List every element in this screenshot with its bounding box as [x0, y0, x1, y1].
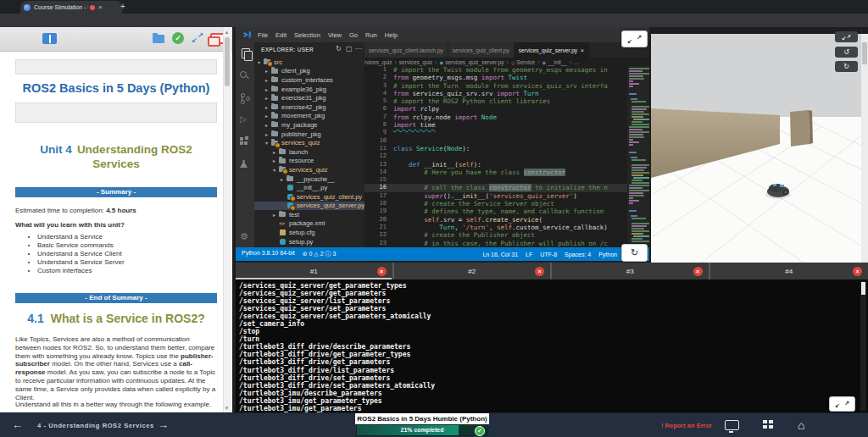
terminal-tab[interactable]: #3× [552, 263, 710, 279]
home-icon[interactable]: ⌂ [798, 418, 804, 433]
status-item[interactable]: ⊘ 0 △ 2 ⓘ 3 [303, 250, 337, 258]
breadcrumb[interactable]: rvices_quiz›services_quiz›◆services_quiz… [364, 58, 649, 66]
status-item[interactable]: LF [526, 252, 532, 257]
file-tree-item[interactable]: ▾src [254, 58, 364, 67]
status-item[interactable]: Spaces: 4 [565, 252, 591, 257]
terminal-line: /turtlebot3_diff_drive/set_parameters [239, 374, 435, 382]
icon-shape [279, 149, 286, 154]
terminal-scrollbar[interactable] [860, 281, 866, 411]
file-tree-item[interactable]: __init__.py [254, 183, 364, 192]
file-tree-item[interactable]: <>package.xml [254, 219, 364, 229]
terminal-close-icon[interactable]: × [693, 267, 703, 276]
simulation-view[interactable]: ↗ ↙ ↺ ↻ [651, 27, 861, 263]
menu-file[interactable]: File [258, 31, 268, 39]
breadcrumb-item[interactable]: Service [517, 59, 536, 65]
file-tree-item[interactable]: ▾services_quiz [254, 138, 364, 147]
file-tree-item[interactable]: ▸example36_pkg [254, 85, 364, 94]
explorer-icon[interactable] [242, 48, 250, 58]
search-icon[interactable] [240, 71, 250, 81]
terminal-close-icon[interactable]: × [853, 267, 862, 276]
explorer-more-icon[interactable]: ⋯ [355, 46, 362, 53]
breadcrumb-item[interactable]: services_quiz_server.py [445, 59, 504, 65]
file-tree-item[interactable]: setup.py [254, 237, 364, 246]
editor-tab[interactable]: services_quiz_client.py [448, 42, 515, 58]
terminal-expand-button[interactable]: ↗ ↙ [829, 396, 855, 412]
explorer-collapse-icon[interactable]: ▢ [346, 46, 353, 53]
status-item[interactable]: Ln 16, Col 31 [482, 252, 518, 257]
prev-unit-button[interactable]: ← [12, 418, 23, 431]
minimap-line [629, 73, 649, 75]
file-tree-item[interactable]: setup.cfg [254, 228, 364, 237]
file-tree-item[interactable]: ▾services_quiz [254, 165, 364, 174]
editor-tab[interactable]: services_quiz_client.launch.py [364, 42, 448, 58]
tab-close-icon[interactable]: × [581, 47, 584, 53]
file-tree-item[interactable]: ▸test [254, 210, 364, 219]
new-tab-button[interactable]: + [120, 3, 125, 11]
explorer-refresh-icon[interactable]: ↻ [336, 46, 342, 53]
status-item[interactable]: Python [598, 252, 617, 257]
file-tree-item[interactable]: ▸resource [254, 157, 364, 166]
file-tree-item[interactable]: ▸exercise42_pkg [254, 102, 364, 112]
menu-help[interactable]: Help [385, 31, 398, 39]
scroll-down-icon[interactable]: ▼ [225, 406, 230, 411]
menu-selection[interactable]: Selection [294, 31, 320, 39]
terminal-tab[interactable]: #2× [394, 263, 553, 279]
code-token: from [393, 113, 409, 121]
file-tree-item[interactable]: ▸publisher_pkg [254, 130, 364, 139]
notebook-icon[interactable] [42, 33, 57, 44]
menu-edit[interactable]: Edit [275, 31, 287, 39]
ide-reload-button[interactable]: ↻ [621, 244, 648, 262]
terminal-tab[interactable]: #4× [710, 263, 868, 279]
expand-notes-icon[interactable]: ↗ ↙ [192, 32, 203, 44]
file-tree-item[interactable]: ▸my_package [254, 120, 364, 130]
file-tree-item[interactable]: services_quiz_server.py [254, 202, 364, 211]
run-debug-icon[interactable]: ▷ [240, 114, 250, 124]
report-error-link[interactable]: ! Report an Error [661, 422, 712, 429]
status-check-icon[interactable]: ✓ [172, 32, 184, 44]
files-folder-icon[interactable] [153, 35, 164, 43]
testing-flask-icon[interactable] [240, 160, 248, 168]
page-scrollbar[interactable] [861, 34, 868, 263]
next-unit-button[interactable]: → [158, 418, 169, 431]
status-item[interactable]: Python 3.8.10 64-bit [242, 250, 295, 258]
status-item[interactable]: UTF-8 [540, 252, 557, 257]
browser-tab[interactable]: Course Simulation - ROS2 B × [20, 1, 122, 14]
sim-refresh-button[interactable]: ↻ [835, 61, 858, 72]
menu-view[interactable]: View [328, 31, 342, 39]
terminal-close-icon[interactable]: × [535, 267, 544, 276]
file-tree-item[interactable]: ▸launch [254, 147, 364, 157]
menu-run[interactable]: Run [365, 31, 377, 39]
extensions-squares-icon[interactable] [240, 137, 250, 147]
code-line: # in this case, the Publisher will publi… [393, 240, 627, 247]
file-tree-item[interactable]: ▸custom_interfaces [254, 75, 364, 85]
terminal-close-icon[interactable]: × [377, 267, 387, 276]
apps-grid-icon[interactable] [763, 420, 774, 429]
editor-tab[interactable]: services_quiz_server.py× [515, 42, 589, 58]
file-tree-item[interactable]: ▸__pycache__ [254, 174, 364, 184]
breadcrumb-item[interactable]: rvices_quiz [364, 59, 392, 65]
breadcrumb-item[interactable]: ... [574, 59, 578, 65]
file-tree-item[interactable]: ▸exercise31_pkg [254, 93, 364, 102]
file-tree-item[interactable]: services_quiz_client.py [254, 192, 364, 202]
settings-gear-icon[interactable]: ⚙ [240, 232, 250, 242]
sim-expand-button[interactable]: ↗ ↙ [835, 31, 858, 42]
breadcrumb-item[interactable]: __init__ [548, 59, 567, 65]
file-tree-item[interactable]: ▸movement_pkg [254, 112, 364, 121]
minimap[interactable] [627, 66, 649, 247]
notes-scroll-thumb[interactable] [225, 37, 230, 86]
breadcrumb-item[interactable]: services_quiz [399, 59, 432, 65]
code-editor[interactable]: 1234567891011121314151617181920212223 # … [364, 66, 649, 247]
source-control-icon[interactable] [240, 93, 250, 103]
scroll-up-icon[interactable]: ▲ [225, 30, 230, 35]
grid-cell [763, 425, 767, 429]
menu-go[interactable]: Go [349, 31, 358, 39]
desktop-view-icon[interactable] [725, 420, 739, 430]
terminal-scroll-thumb[interactable] [861, 282, 865, 295]
icon-shape [271, 104, 278, 109]
terminal-panel[interactable]: #1×#2×#3×#4× /services_quiz_server/get_p… [236, 263, 868, 412]
file-tree-item[interactable]: ▸client_pkg [254, 67, 364, 76]
tab-close-icon[interactable]: × [98, 4, 103, 11]
ide-expand-button[interactable]: ↗ ↙ [621, 30, 648, 47]
page-scroll-thumb[interactable] [862, 42, 867, 64]
sim-rotate-button[interactable]: ↺ [835, 47, 858, 58]
